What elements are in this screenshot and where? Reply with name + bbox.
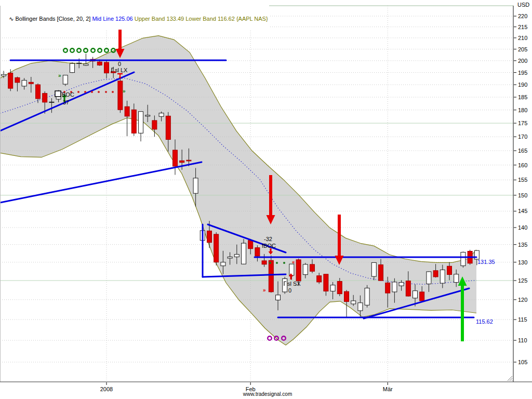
candle-06.03 — [406, 281, 410, 296]
svg-text:205: 205 — [518, 46, 527, 52]
svg-text:200: 200 — [518, 58, 527, 64]
candle-21.02 — [337, 282, 342, 294]
candle-18.12 — [43, 94, 47, 102]
candle-11.12 — [8, 73, 13, 89]
indicator-wave-icon: ∿ — [9, 16, 14, 22]
band-values: Upper Band 133.49 Lower Band 116.62 {AAP… — [133, 16, 268, 22]
svg-text:0: 0 — [118, 61, 121, 67]
svg-text:150: 150 — [518, 192, 527, 198]
svg-text:2008: 2008 — [100, 386, 113, 392]
candle-31.12 — [97, 62, 102, 65]
svg-text:130: 130 — [518, 259, 527, 265]
candle-19.12 — [49, 102, 54, 102]
svg-text:BOC: BOC — [62, 91, 74, 98]
candle-04.03 — [392, 282, 397, 292]
candle-20.02 — [330, 285, 335, 291]
candle-11.03 — [427, 272, 431, 284]
candle-18.01 — [187, 160, 191, 161]
candle-11.01 — [152, 121, 157, 129]
svg-text:215: 215 — [518, 24, 527, 30]
candle-25.01 — [214, 234, 219, 262]
candle-29.01 — [228, 257, 232, 258]
candle-02.01 — [104, 62, 109, 73]
candle-11.02 — [289, 264, 294, 275]
candle-26.12 — [77, 63, 82, 63]
svg-text:»: » — [263, 287, 266, 293]
svg-text:155: 155 — [518, 177, 527, 183]
candle-14.01 — [159, 113, 164, 117]
svg-text:Mär: Mär — [383, 386, 393, 392]
svg-text:220: 220 — [518, 13, 527, 19]
candle-13.03 — [440, 270, 445, 283]
candle-07.02 — [276, 295, 281, 300]
candle-06.02 — [269, 260, 273, 292]
svg-text:105: 105 — [518, 359, 527, 365]
candle-24.01 — [207, 231, 212, 242]
candle-27.02 — [365, 288, 369, 305]
svg-text:145: 145 — [518, 208, 527, 214]
candle-14.03 — [447, 266, 452, 274]
candle-09.01 — [139, 112, 143, 134]
svg-text:110: 110 — [518, 337, 527, 343]
candle-18.03 — [461, 252, 466, 266]
candle-28.02 — [371, 262, 376, 276]
candle-05.03 — [399, 283, 404, 286]
candle-13.12 — [22, 81, 26, 86]
watermark: www.tradesignal.com — [223, 391, 312, 397]
candle-24.12 — [70, 63, 75, 72]
svg-text:fBOC: fBOC — [262, 243, 276, 249]
svg-text:160: 160 — [518, 162, 527, 168]
price-chart-canvas[interactable]: 131.35115.62»»«»0sl LXBOC37-32fBOCsl SX0… — [0, 0, 532, 399]
svg-text:37: 37 — [63, 99, 69, 105]
candle-15.02 — [317, 276, 322, 282]
candle-08.01 — [131, 110, 136, 133]
svg-text:120: 120 — [518, 297, 527, 303]
indicator-header: ∿Bollinger Bands [Close, 20, 2] Mid Line… — [1, 8, 270, 30]
svg-text:115: 115 — [518, 316, 527, 323]
candle-29.02 — [379, 265, 383, 281]
candle-10.01 — [145, 115, 150, 116]
svg-text:»: » — [123, 88, 126, 94]
candle-21.12 — [63, 75, 68, 84]
svg-text:165: 165 — [518, 148, 527, 154]
chart-window: 131.35115.62»»«»0sl LXBOC37-32fBOCsl SX0… — [0, 0, 532, 399]
candle-28.01 — [221, 262, 225, 266]
candle-03.03 — [385, 283, 390, 293]
svg-text:0: 0 — [288, 287, 291, 294]
candle-25.02 — [351, 301, 356, 304]
svg-text:sl LX: sl LX — [115, 67, 128, 73]
candle-04.01 — [118, 81, 123, 110]
candle-12.02 — [296, 260, 301, 281]
candle-08.02 — [283, 278, 287, 292]
candle-17.03 — [454, 274, 459, 283]
candle-16.01 — [173, 150, 178, 166]
candle-31.01 — [242, 243, 246, 264]
candle-04.02 — [255, 248, 260, 256]
candle-05.02 — [262, 261, 267, 264]
candle-17.12 — [36, 85, 41, 99]
svg-text:125: 125 — [518, 277, 527, 284]
svg-text:180: 180 — [518, 107, 527, 113]
svg-text:135: 135 — [518, 242, 527, 248]
price-level-label: 115.62 — [476, 318, 493, 325]
svg-text:-32: -32 — [264, 236, 272, 242]
svg-text:«: « — [292, 259, 295, 265]
svg-text:140: 140 — [518, 224, 527, 231]
candle-12.03 — [433, 271, 438, 277]
svg-text:170: 170 — [518, 134, 527, 140]
candle-01.02 — [248, 241, 253, 249]
candle-10.12 — [2, 74, 6, 76]
candle-14.02 — [310, 264, 315, 271]
svg-text:»: » — [58, 73, 61, 78]
currency-label: USD — [517, 2, 529, 8]
midline-value: Mid Line 125.06 — [92, 16, 132, 22]
indicator-name: Bollinger Bands [Close, 20, 2] — [15, 16, 92, 22]
candle-13.02 — [303, 264, 308, 275]
candle-17.01 — [180, 161, 184, 162]
svg-text:210: 210 — [518, 35, 527, 41]
candle-14.12 — [29, 82, 33, 84]
candle-27.12 — [84, 64, 88, 65]
svg-text:175: 175 — [518, 120, 527, 126]
candle-15.01 — [166, 116, 170, 139]
candle-10.03 — [420, 292, 424, 301]
